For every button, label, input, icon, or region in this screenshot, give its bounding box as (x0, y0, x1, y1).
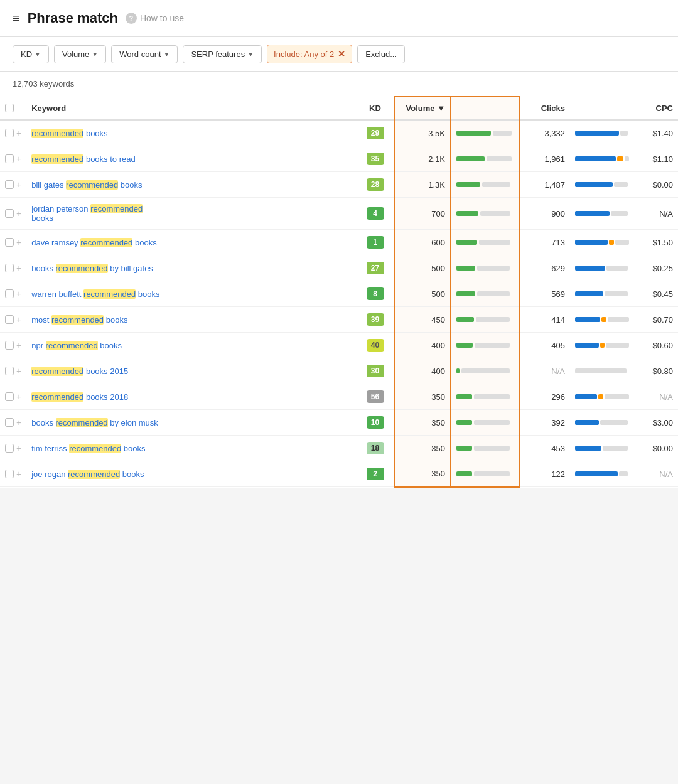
kd-cell: 39 (357, 307, 394, 333)
volume-bar-cell (451, 120, 520, 146)
add-keyword-button[interactable]: + (16, 469, 21, 479)
row-checkbox[interactable] (5, 315, 14, 324)
serp-features-label: SERP features (191, 50, 245, 59)
volume-cell: 350 (394, 410, 451, 436)
keyword-column-header: Keyword (26, 97, 357, 120)
clicks-column-header[interactable]: Clicks (520, 97, 570, 120)
row-checkbox[interactable] (5, 238, 14, 247)
clicks-cell: 392 (520, 410, 570, 436)
include-close-button[interactable]: ✕ (338, 49, 345, 59)
serp-features-filter-button[interactable]: SERP features ▼ (183, 45, 262, 63)
page-title: Phrase match (28, 10, 118, 26)
volume-bar-header (451, 97, 520, 120)
row-checkbox-cell: + (0, 230, 26, 255)
how-to-use-help[interactable]: ? How to use (126, 13, 184, 24)
row-checkbox[interactable] (5, 341, 14, 350)
keyword-link[interactable]: tim ferriss recommended books (31, 444, 145, 453)
help-icon: ? (126, 13, 137, 24)
volume-label: Volume (62, 50, 89, 59)
kd-badge: 2 (367, 468, 384, 480)
hamburger-icon[interactable]: ≡ (13, 11, 20, 26)
kd-cell: 1 (357, 230, 394, 255)
volume-cell: 700 (394, 198, 451, 230)
clicks-cell: 405 (520, 333, 570, 358)
clicks-bar-cell (570, 436, 634, 461)
keyword-link[interactable]: most recommended books (31, 315, 127, 325)
row-checkbox[interactable] (5, 264, 14, 272)
kd-caret-icon: ▼ (35, 51, 41, 58)
keyword-link[interactable]: jordan peterson recommendedbooks (31, 204, 143, 223)
row-checkbox[interactable] (5, 129, 14, 137)
table-row: + books recommended by bill gates 27 500… (0, 255, 678, 281)
add-keyword-button[interactable]: + (16, 180, 21, 190)
kd-filter-button[interactable]: KD ▼ (13, 45, 49, 63)
keyword-link[interactable]: recommended books to read (31, 154, 136, 164)
table-row: + warren buffett recommended books 8 500… (0, 281, 678, 307)
volume-cell: 400 (394, 333, 451, 358)
kd-cell: 8 (357, 281, 394, 307)
row-checkbox[interactable] (5, 367, 14, 375)
volume-cell: 600 (394, 230, 451, 255)
add-keyword-button[interactable]: + (16, 443, 21, 453)
row-checkbox-cell: + (0, 198, 26, 230)
keyword-link[interactable]: books recommended by bill gates (31, 264, 153, 273)
select-all-header[interactable] (0, 97, 26, 120)
row-checkbox[interactable] (5, 392, 14, 401)
cpc-column-header[interactable]: CPC (634, 97, 678, 120)
add-keyword-button[interactable]: + (16, 366, 21, 376)
include-badge: Include: Any of 2 ✕ (267, 45, 352, 63)
word-count-filter-button[interactable]: Word count ▼ (111, 45, 178, 63)
row-checkbox[interactable] (5, 418, 14, 427)
row-checkbox[interactable] (5, 209, 14, 218)
add-keyword-button[interactable]: + (16, 289, 21, 299)
table-body: + recommended books 29 3.5K 3,332 $1.40 (0, 120, 678, 487)
keyword-link[interactable]: books recommended by elon musk (31, 418, 158, 427)
keyword-link[interactable]: dave ramsey recommended books (31, 238, 156, 247)
add-keyword-button[interactable]: + (16, 263, 21, 273)
row-checkbox-cell: + (0, 461, 26, 487)
keyword-link[interactable]: joe rogan recommended books (31, 470, 144, 479)
clicks-cell: 629 (520, 255, 570, 281)
add-keyword-button[interactable]: + (16, 314, 21, 325)
keyword-cell: bill gates recommended books (26, 172, 357, 198)
volume-caret-icon: ▼ (92, 51, 98, 58)
keyword-link[interactable]: recommended books (31, 129, 107, 138)
table-row: + recommended books to read 35 2.1K 1,96… (0, 146, 678, 172)
volume-bar-cell (451, 146, 520, 172)
keyword-link[interactable]: bill gates recommended books (31, 180, 142, 190)
add-keyword-button[interactable]: + (16, 392, 21, 402)
cpc-cell: $3.00 (634, 410, 678, 436)
exclude-button[interactable]: Exclud... (357, 45, 405, 63)
kd-column-header[interactable]: KD (357, 97, 394, 120)
row-checkbox[interactable] (5, 180, 14, 189)
add-keyword-button[interactable]: + (16, 128, 21, 138)
volume-bar-cell (451, 410, 520, 436)
add-keyword-button[interactable]: + (16, 208, 21, 218)
kd-badge: 29 (367, 127, 384, 139)
kd-badge: 35 (367, 153, 384, 165)
keyword-link[interactable]: npr recommended books (31, 341, 122, 350)
add-keyword-button[interactable]: + (16, 237, 21, 247)
cpc-cell: $0.45 (634, 281, 678, 307)
keyword-link[interactable]: recommended books 2018 (31, 392, 128, 402)
volume-cell: 500 (394, 255, 451, 281)
keyword-link[interactable]: warren buffett recommended books (31, 289, 159, 299)
cpc-cell: $0.25 (634, 255, 678, 281)
keyword-cell: warren buffett recommended books (26, 281, 357, 307)
add-keyword-button[interactable]: + (16, 154, 21, 164)
add-keyword-button[interactable]: + (16, 340, 21, 350)
row-checkbox[interactable] (5, 444, 14, 453)
volume-column-header[interactable]: Volume ▼ (394, 97, 451, 120)
keyword-link[interactable]: recommended books 2015 (31, 367, 128, 376)
how-to-use-label: How to use (140, 13, 184, 23)
kd-badge: 28 (367, 178, 384, 191)
volume-cell: 350 (394, 436, 451, 461)
volume-filter-button[interactable]: Volume ▼ (54, 45, 106, 63)
add-keyword-button[interactable]: + (16, 417, 21, 427)
row-checkbox[interactable] (5, 289, 14, 298)
include-badge-label: Include: Any of 2 (274, 50, 334, 59)
header: ≡ Phrase match ? How to use (0, 0, 678, 37)
row-checkbox[interactable] (5, 154, 14, 163)
row-checkbox[interactable] (5, 470, 14, 478)
cpc-cell: $1.10 (634, 146, 678, 172)
